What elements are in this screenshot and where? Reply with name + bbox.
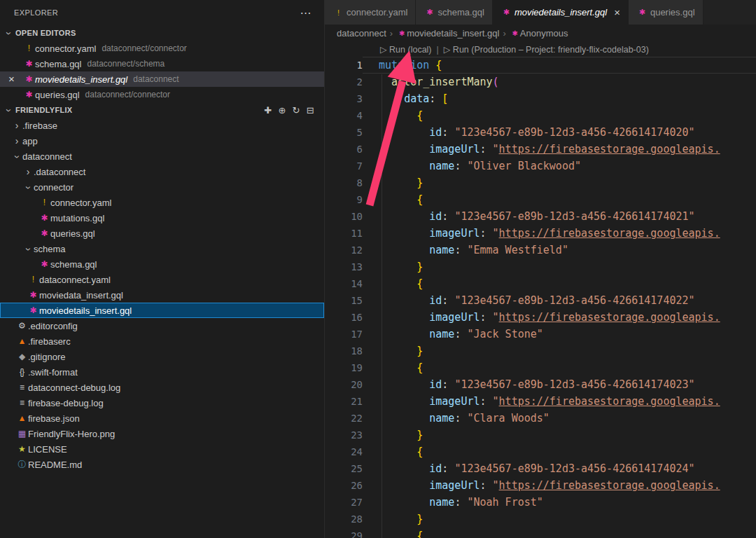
chevron-down-icon: › xyxy=(12,151,23,163)
open-editor-item-schema.gql[interactable]: ✱schema.gqldataconnect/schema xyxy=(0,56,324,71)
code-editor[interactable]: 1mutation {2 actor_insertMany(3 data: [4… xyxy=(325,57,756,538)
tree-file-.firebaserc[interactable]: ▲.firebaserc xyxy=(0,333,324,349)
code-line[interactable]: 6 imageUrl: "https://firebasestorage.goo… xyxy=(325,141,756,158)
code-line[interactable]: 10 id: "123e4567-e89b-12d3-a456-42661417… xyxy=(325,208,756,225)
breadcrumb-label: moviedetails_insert.gql xyxy=(407,28,499,39)
tree-folder-.firebase[interactable]: ›.firebase xyxy=(0,118,324,133)
tree-file-dataconnect.yaml[interactable]: !dataconnect.yaml xyxy=(0,272,324,287)
file-path: dataconnect xyxy=(133,74,178,84)
line-number: 22 xyxy=(325,410,363,427)
tab-label: connector.yaml xyxy=(346,7,407,18)
code-line[interactable]: 11 imageUrl: "https://firebasestorage.go… xyxy=(325,225,756,242)
tab-connector.yaml[interactable]: !connector.yaml xyxy=(325,0,416,25)
tree-file-moviedata_insert.gql[interactable]: ✱moviedata_insert.gql xyxy=(0,287,324,303)
code-line[interactable]: 8 } xyxy=(325,174,756,191)
line-text: mutation { xyxy=(363,57,756,74)
open-editor-item-moviedetails_insert.gql[interactable]: ×✱moviedetails_insert.gqldataconnect xyxy=(0,71,324,87)
tree-file-.editorconfig[interactable]: ⚙.editorconfig xyxy=(0,318,324,333)
tree-file-LICENSE[interactable]: ★LICENSE xyxy=(0,441,324,457)
breadcrumb-item-moviedetails_insert.gql[interactable]: ✱moviedetails_insert.gql xyxy=(396,28,499,39)
code-line[interactable]: 1mutation { xyxy=(325,57,756,74)
code-line[interactable]: 19 { xyxy=(325,359,756,376)
gear-icon: ⚙ xyxy=(15,321,28,331)
code-line[interactable]: 13 } xyxy=(325,258,756,275)
line-number: 18 xyxy=(325,343,363,359)
code-line[interactable]: 4 { xyxy=(325,107,756,124)
tree-folder-connector[interactable]: ›connector xyxy=(0,179,324,195)
breadcrumb-item-Anonymous[interactable]: ✱Anonymous xyxy=(510,28,568,39)
tree-file-firebase.json[interactable]: ▲firebase.json xyxy=(0,411,324,426)
new-folder-icon[interactable]: ⊕ xyxy=(278,105,286,116)
file-name: .gitignore xyxy=(28,352,65,362)
run-production-action[interactable]: ▷ Run (Production – Project: friendly-fl… xyxy=(444,45,649,55)
code-line[interactable]: 27 name: "Noah Frost" xyxy=(325,494,756,511)
tree-folder-app[interactable]: ›app xyxy=(0,133,324,149)
graphql-icon: ✱ xyxy=(22,90,35,99)
code-line[interactable]: 15 id: "123e4567-e89b-12d3-a456-42661417… xyxy=(325,292,756,309)
close-icon[interactable]: × xyxy=(8,72,22,86)
line-text: imageUrl: "https://firebasestorage.googl… xyxy=(363,309,756,326)
code-line[interactable]: 9 { xyxy=(325,191,756,208)
code-line[interactable]: 25 id: "123e4567-e89b-12d3-a456-42661417… xyxy=(325,460,756,477)
more-actions-icon[interactable]: ⋯ xyxy=(300,6,312,20)
graphql-icon: ✱ xyxy=(27,305,39,315)
code-line[interactable]: 22 name: "Clara Woods" xyxy=(325,410,756,427)
line-text: imageUrl: "https://firebasestorage.googl… xyxy=(363,225,756,242)
collapse-all-icon[interactable]: ⊟ xyxy=(307,105,314,116)
tree-file-README.md[interactable]: ⓘREADME.md xyxy=(0,457,324,472)
code-line[interactable]: 29 { xyxy=(325,527,756,538)
tab-label: queries.gql xyxy=(650,7,695,18)
tree-file-firebase-debug.log[interactable]: ≡firebase-debug.log xyxy=(0,395,324,411)
code-line[interactable]: 2 actor_insertMany( xyxy=(325,74,756,90)
tree-file-FriendlyFlix-Hero.png[interactable]: ▦FriendlyFlix-Hero.png xyxy=(0,426,324,441)
tree-folder-dataconnect[interactable]: ›dataconnect xyxy=(0,149,324,164)
tree-folder-schema[interactable]: ›schema xyxy=(0,241,324,256)
open-editor-item-queries.gql[interactable]: ✱queries.gqldataconnect/connector xyxy=(0,87,324,102)
code-line[interactable]: 24 { xyxy=(325,443,756,460)
code-line[interactable]: 17 name: "Jack Stone" xyxy=(325,326,756,343)
open-editors-header[interactable]: › OPEN EDITORS xyxy=(0,25,324,41)
tree-folder-.dataconnect[interactable]: ›.dataconnect xyxy=(0,164,324,179)
code-line[interactable]: 18 } xyxy=(325,343,756,359)
tree-file-schema.gql[interactable]: ✱schema.gql xyxy=(0,256,324,272)
line-text: } xyxy=(363,343,756,359)
code-line[interactable]: 21 imageUrl: "https://firebasestorage.go… xyxy=(325,393,756,410)
code-line[interactable]: 23 } xyxy=(325,427,756,443)
close-icon[interactable]: × xyxy=(614,6,620,18)
graphql-icon: ✱ xyxy=(22,59,35,69)
refresh-icon[interactable]: ↻ xyxy=(293,105,300,116)
tree-file-queries.gql[interactable]: ✱queries.gql xyxy=(0,226,324,241)
code-line[interactable]: 14 { xyxy=(325,275,756,292)
code-line[interactable]: 26 imageUrl: "https://firebasestorage.go… xyxy=(325,477,756,494)
code-line[interactable]: 5 id: "123e4567-e89b-12d3-a456-426614174… xyxy=(325,124,756,141)
code-line[interactable]: 28 } xyxy=(325,511,756,527)
tree-file-moviedetails_insert.gql[interactable]: ✱moviedetails_insert.gql xyxy=(0,303,324,318)
line-number: 21 xyxy=(325,393,363,410)
code-line[interactable]: 16 imageUrl: "https://firebasestorage.go… xyxy=(325,309,756,326)
tree-file-dataconnect-debug.log[interactable]: ≡dataconnect-debug.log xyxy=(0,380,324,395)
tab-label: moviedetails_insert.gql xyxy=(514,7,607,18)
file-name: connector xyxy=(34,182,74,193)
tab-queries.gql[interactable]: ✱queries.gql xyxy=(629,0,704,25)
file-name: firebase-debug.log xyxy=(28,398,104,408)
breadcrumb-item-dataconnect[interactable]: dataconnect xyxy=(337,28,386,39)
tab-label: schema.gql xyxy=(438,7,484,18)
project-section-header[interactable]: › FRIENDLYFLIX ✚⊕↻⊟ xyxy=(0,102,324,118)
explorer-title: EXPLORER xyxy=(14,8,58,17)
run-local-action[interactable]: ▷ Run (local) xyxy=(380,45,432,55)
tab-moviedetails_insert.gql[interactable]: ✱moviedetails_insert.gql× xyxy=(493,0,629,25)
tree-file-mutations.gql[interactable]: ✱mutations.gql xyxy=(0,210,324,226)
tab-schema.gql[interactable]: ✱schema.gql xyxy=(416,0,492,25)
symbol-icon: ✱ xyxy=(510,29,520,37)
tree-file-.swift-format[interactable]: {}.swift-format xyxy=(0,364,324,380)
code-line[interactable]: 12 name: "Emma Westfield" xyxy=(325,242,756,258)
tree-file-connector.yaml[interactable]: !connector.yaml xyxy=(0,195,324,210)
line-number: 19 xyxy=(325,359,363,376)
code-line[interactable]: 7 name: "Oliver Blackwood" xyxy=(325,158,756,174)
graphql-icon: ✱ xyxy=(38,213,50,223)
tree-file-.gitignore[interactable]: ◆.gitignore xyxy=(0,349,324,364)
code-line[interactable]: 3 data: [ xyxy=(325,90,756,107)
open-editor-item-connector.yaml[interactable]: !connector.yamldataconnect/connector xyxy=(0,41,324,56)
new-file-icon[interactable]: ✚ xyxy=(264,105,272,116)
code-line[interactable]: 20 id: "123e4567-e89b-12d3-a456-42661417… xyxy=(325,376,756,393)
